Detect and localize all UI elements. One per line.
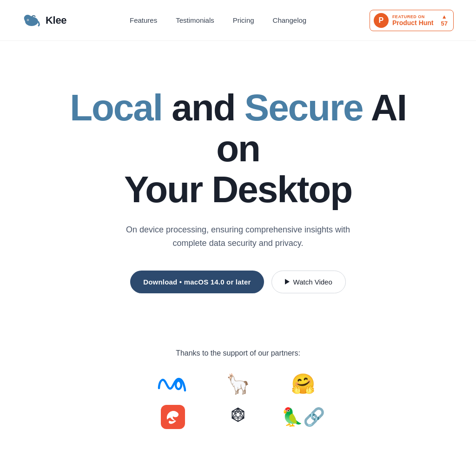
partner-langchain: 🦜🔗: [281, 408, 325, 426]
watch-video-label: Watch Video: [293, 278, 332, 286]
nav-pricing[interactable]: Pricing: [233, 16, 254, 25]
product-hunt-name: Product Hunt: [392, 19, 434, 26]
swift-icon: [161, 405, 185, 429]
nav-testimonials-link[interactable]: Testimonials: [176, 16, 214, 24]
product-hunt-badge[interactable]: P FEATURED ON Product Hunt ▲ 57: [370, 10, 454, 31]
logo-text: Klee: [46, 14, 66, 26]
ollama-icon: 🦙: [226, 374, 250, 394]
product-hunt-text: FEATURED ON Product Hunt: [392, 14, 434, 26]
watch-video-button[interactable]: Watch Video: [271, 271, 346, 293]
nav-features[interactable]: Features: [130, 16, 157, 25]
parrot-link-icon: 🦜🔗: [281, 408, 325, 426]
product-hunt-icon: P: [374, 13, 389, 28]
openai-icon: [227, 406, 249, 428]
hero-subtitle: On device processing, ensuring comprehen…: [108, 223, 368, 250]
partners-title: Thanks to the support of our partners:: [176, 349, 300, 357]
partner-swift: [161, 405, 185, 429]
partner-ollama: 🦙: [226, 374, 250, 394]
hero-section: Local and Secure AI onYour Desktop On de…: [0, 41, 476, 331]
nav-changelog[interactable]: Changelog: [273, 16, 307, 25]
whale-icon: [22, 11, 41, 30]
partners-section: Thanks to the support of our partners: 🦙…: [0, 331, 476, 457]
nav-links: Features Testimonials Pricing Changelog: [130, 16, 306, 25]
huggingface-icon: 🤗: [291, 374, 315, 394]
logo[interactable]: Klee: [22, 11, 66, 30]
partners-grid: 🦙 🤗: [150, 374, 326, 429]
partner-huggingface: 🤗: [291, 374, 315, 394]
nav-testimonials[interactable]: Testimonials: [176, 16, 214, 25]
navbar: Klee Features Testimonials Pricing Chang…: [0, 0, 476, 41]
upvote-arrow-icon: ▲: [442, 13, 447, 20]
svg-point-4: [236, 412, 240, 417]
meta-logo-icon: [157, 376, 189, 392]
hero-title-secure: Secure: [245, 87, 363, 128]
nav-changelog-link[interactable]: Changelog: [273, 16, 307, 24]
product-hunt-votes: ▲ 57: [441, 13, 448, 27]
svg-point-2: [27, 20, 28, 20]
vote-count: 57: [441, 20, 448, 27]
play-icon: [285, 279, 290, 284]
hero-title: Local and Secure AI onYour Desktop: [47, 87, 429, 210]
hero-buttons: Download • macOS 14.0 or later Watch Vid…: [130, 271, 346, 293]
product-hunt-featured-label: FEATURED ON: [392, 14, 434, 19]
partner-meta: [157, 376, 189, 392]
hero-title-local: Local: [70, 87, 162, 128]
partner-openai: [227, 406, 249, 428]
nav-features-link[interactable]: Features: [130, 16, 157, 24]
download-button[interactable]: Download • macOS 14.0 or later: [130, 271, 264, 293]
nav-pricing-link[interactable]: Pricing: [233, 16, 254, 24]
svg-point-3: [176, 381, 181, 389]
hero-title-and: and: [162, 87, 245, 128]
